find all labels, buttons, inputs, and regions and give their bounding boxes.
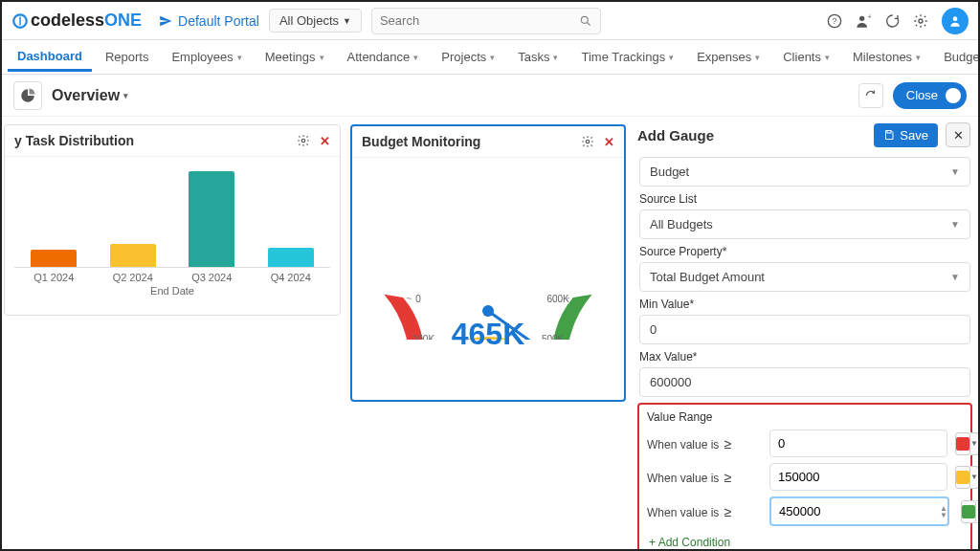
dist-title: y Task Distribution: [14, 133, 297, 148]
object-selector-label: All Objects: [279, 13, 339, 28]
close-icon[interactable]: ✕: [320, 134, 330, 148]
refresh-icon: [864, 89, 878, 102]
range-value-input[interactable]: [769, 430, 947, 457]
svg-text:?: ?: [833, 16, 837, 26]
min-value-label: Min Value*: [639, 298, 970, 311]
add-user-icon[interactable]: +: [856, 13, 871, 29]
chevron-down-icon: ▼: [343, 16, 351, 26]
range-color-button[interactable]: [955, 432, 970, 455]
range-color-dropdown[interactable]: ▼: [970, 432, 978, 455]
gauge-card: Budget Monitoring ✕ 0100K200K300K400K500…: [350, 124, 626, 402]
person-icon: [948, 14, 962, 28]
chevron-down-icon: ▾: [413, 53, 418, 62]
brand-logo: codelessONE: [11, 11, 142, 31]
history-icon[interactable]: [884, 13, 900, 29]
chevron-down-icon: ▾: [825, 53, 830, 62]
search-input[interactable]: [380, 13, 579, 28]
number-stepper[interactable]: ▲▼: [940, 505, 947, 518]
user-avatar[interactable]: [942, 8, 969, 34]
svg-point-6: [859, 15, 864, 20]
tab-expenses[interactable]: Expenses▾: [687, 44, 769, 70]
close-icon[interactable]: ✕: [604, 135, 614, 149]
value-range-title: Value Range: [647, 410, 965, 424]
range-color-button[interactable]: [955, 466, 970, 489]
gear-icon[interactable]: [913, 13, 928, 29]
object-selector[interactable]: All Objects ▼: [269, 9, 362, 33]
svg-point-9: [953, 16, 958, 21]
panel-close-button[interactable]: ✕: [946, 122, 970, 147]
tab-time-trackings[interactable]: Time Trackings▾: [571, 44, 683, 70]
min-value-input[interactable]: 0: [639, 315, 970, 344]
range-value-input[interactable]: [769, 463, 947, 491]
chevron-down-icon: ▾: [237, 53, 242, 62]
portal-name: Default Portal: [178, 13, 259, 29]
range-color-button[interactable]: [961, 500, 976, 523]
svg-rect-28: [887, 131, 891, 134]
save-icon: [883, 129, 895, 141]
tab-employees[interactable]: Employees▾: [162, 44, 251, 70]
source-object-select[interactable]: Budget▼: [639, 157, 970, 187]
overview-bar: Overview ▾ Close: [2, 75, 978, 117]
range-row: When value is ≥▼✕: [647, 463, 965, 491]
gauge-title: Budget Monitoring: [362, 134, 581, 149]
bar-q3-2024: [189, 171, 234, 267]
toggle-knob: [946, 88, 961, 103]
range-color-dropdown[interactable]: ▼: [976, 500, 978, 523]
svg-text:0: 0: [415, 294, 421, 304]
bar-q2-2024: [110, 244, 156, 267]
chevron-down-icon: ▾: [916, 53, 921, 62]
brand-text-suffix: ONE: [104, 11, 142, 31]
svg-point-10: [301, 139, 305, 143]
chevron-down-icon: ▾: [669, 53, 674, 62]
x-axis-title: End Date: [14, 285, 330, 297]
search-box[interactable]: [371, 8, 601, 34]
source-list-select[interactable]: All Budgets▼: [639, 209, 970, 239]
tab-clients[interactable]: Clients▾: [773, 44, 839, 70]
svg-text:100K: 100K: [412, 334, 435, 340]
tab-projects[interactable]: Projects▾: [432, 44, 504, 70]
save-button[interactable]: Save: [874, 123, 938, 147]
chevron-down-icon: ▾: [755, 53, 760, 62]
range-value-input[interactable]: [769, 496, 949, 526]
max-value-input[interactable]: 600000: [639, 367, 970, 397]
gauge-value: 465K: [452, 317, 525, 352]
svg-point-11: [586, 140, 590, 143]
range-color-dropdown[interactable]: ▼: [970, 466, 978, 489]
svg-line-3: [588, 22, 590, 25]
range-row: When value is ≥▼✕: [647, 430, 965, 457]
source-property-select[interactable]: Total Budget Amount▼: [639, 262, 970, 292]
range-row: When value is ≥▲▼▼✕: [647, 496, 965, 526]
tab-dashboard[interactable]: Dashboard: [8, 43, 92, 72]
nav-tabs: DashboardReportsEmployees▾Meetings▾Atten…: [2, 40, 978, 75]
tab-budgets[interactable]: Budgets▾: [934, 44, 978, 70]
chevron-down-icon: ▾: [553, 53, 558, 62]
chevron-down-icon: ▾: [320, 53, 324, 62]
tab-reports[interactable]: Reports: [96, 44, 159, 70]
x-label: Q3 2024: [172, 268, 252, 283]
panel-title: Add Gauge: [637, 127, 874, 143]
gear-icon[interactable]: [581, 135, 594, 148]
overview-title[interactable]: Overview ▾: [52, 87, 128, 104]
brand-text-prefix: codeless: [31, 11, 104, 31]
refresh-button[interactable]: [858, 83, 883, 108]
svg-rect-1: [19, 16, 21, 25]
portal-link[interactable]: Default Portal: [159, 13, 259, 29]
value-range-box: Value Range When value is ≥▼✕When value …: [637, 403, 972, 549]
overview-icon-box: [13, 81, 42, 110]
search-icon: [579, 14, 592, 28]
max-value-label: Max Value*: [639, 350, 970, 364]
bar-chart: Q1 2024Q2 2024Q3 2024Q4 2024 End Date: [5, 157, 340, 300]
gear-icon[interactable]: [297, 134, 310, 147]
tab-attendance[interactable]: Attendance▾: [338, 44, 429, 70]
help-icon[interactable]: ?: [827, 13, 842, 29]
tab-meetings[interactable]: Meetings▾: [256, 44, 334, 70]
save-label: Save: [900, 128, 928, 143]
task-distribution-card: y Task Distribution ✕ Q1 2024Q2 2024Q3 2…: [4, 124, 341, 316]
tab-milestones[interactable]: Milestones▾: [843, 44, 930, 70]
x-label: Q2 2024: [94, 268, 173, 283]
close-button[interactable]: Close: [893, 82, 967, 109]
source-list-label: Source List: [639, 192, 970, 206]
add-condition-button[interactable]: + Add Condition: [647, 532, 965, 549]
tab-tasks[interactable]: Tasks▾: [508, 44, 568, 70]
svg-line-13: [407, 298, 412, 299]
